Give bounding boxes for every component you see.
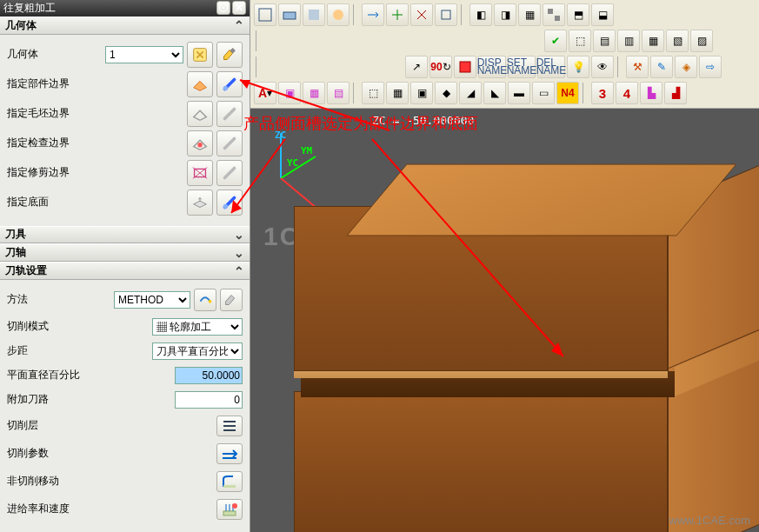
method-select[interactable]: METHOD — [114, 291, 190, 309]
tb-icon-50[interactable]: ▬ — [508, 82, 530, 104]
section-geometry-header[interactable]: 几何体 ⌃ — [0, 17, 250, 35]
section-path-header[interactable]: 刀轨设置 ⌃ — [0, 262, 250, 280]
section-tool-label: 刀具 — [5, 227, 26, 242]
cut-layer-label: 切削层 — [7, 418, 216, 433]
tb-bulb-icon[interactable]: 💡 — [567, 56, 589, 78]
tb-icon-5[interactable] — [362, 3, 384, 26]
tb-icon-54[interactable]: ▙ — [640, 82, 662, 104]
tb-icon-2[interactable] — [278, 3, 301, 26]
section-tool-header[interactable]: 刀具 ⌄ — [0, 226, 250, 244]
tb-icon-42[interactable]: ▦ — [303, 82, 325, 104]
method-new-button[interactable] — [194, 289, 216, 311]
tb-icon-n4[interactable]: N4 — [556, 82, 579, 104]
tb-icon-46[interactable]: ▣ — [410, 82, 433, 104]
tb-3-button[interactable]: 3 — [591, 82, 614, 104]
tb-icon-25[interactable]: ▧ — [666, 30, 689, 52]
pin-icon[interactable] — [216, 1, 230, 15]
tb-icon-8[interactable] — [435, 3, 457, 26]
noncut-label: 非切削移动 — [7, 474, 216, 489]
extra-path-label: 附加刀路 — [7, 392, 175, 407]
blank-boundary-select-button[interactable] — [187, 101, 213, 127]
tb-disp-button[interactable]: DISPNAME — [478, 56, 506, 78]
tb-icon-22[interactable]: ▤ — [593, 30, 616, 52]
tb-icon-26[interactable]: ▨ — [690, 30, 713, 52]
tb-del-button[interactable]: DELNAME — [537, 56, 565, 78]
svg-rect-13 — [223, 511, 236, 515]
tb-icon-1[interactable] — [254, 3, 276, 26]
tb-icon-7[interactable] — [410, 3, 433, 26]
panel-titlebar: 往复粗加工 ✕ — [0, 0, 250, 17]
tb-pencil-icon[interactable]: ✎ — [650, 56, 673, 78]
tb-icon-3[interactable] — [303, 3, 325, 26]
section-path-body: 方法 METHOD 切削模式 ▦ 轮廓加工 步距 刀具平直百分比 平面直径百分比… — [0, 280, 250, 532]
tb-icon-47[interactable]: ◆ — [435, 82, 457, 104]
tb-icon-23[interactable]: ▥ — [617, 30, 640, 52]
floor-label: 指定底面 — [7, 195, 187, 209]
tb-icon-49[interactable]: ◣ — [483, 82, 506, 104]
extra-path-input[interactable] — [175, 391, 243, 409]
tb-icon-21[interactable]: ⬚ — [569, 30, 591, 52]
tb-eye-icon[interactable]: 👁 — [591, 56, 614, 78]
trim-boundary-select-button[interactable] — [187, 160, 213, 186]
tb-check-icon[interactable]: ✔ — [544, 30, 567, 52]
tb-4-button[interactable]: 4 — [616, 82, 638, 104]
tb-icon-55[interactable]: ▟ — [664, 82, 687, 104]
tb-set-button[interactable]: SETNAME — [508, 56, 536, 78]
tb-arrow-icon[interactable]: ⇨ — [699, 56, 722, 78]
blank-boundary-display-button[interactable] — [216, 101, 243, 127]
svg-point-8 — [209, 300, 212, 303]
tb-icon-11[interactable]: ▦ — [518, 3, 541, 26]
tb-tools-icon[interactable]: ⚒ — [626, 56, 649, 78]
svg-rect-19 — [442, 10, 450, 19]
tb-icon-51[interactable]: ▭ — [532, 82, 555, 104]
geometry-new-button[interactable] — [187, 42, 213, 68]
part-boundary-display-button[interactable] — [216, 71, 243, 97]
section-tool-axis-header[interactable]: 刀轴 ⌄ — [0, 243, 250, 262]
tb-icon-10[interactable]: ◨ — [494, 3, 516, 26]
section-geometry-label: 几何体 — [5, 18, 37, 33]
check-boundary-label: 指定检查边界 — [7, 136, 187, 150]
feeds-button[interactable] — [216, 499, 243, 520]
check-boundary-display-button[interactable] — [216, 130, 243, 156]
geometry-label: 几何体 — [7, 47, 105, 62]
tb-icon-31[interactable]: ↗ — [405, 56, 428, 78]
trim-boundary-display-button[interactable] — [216, 160, 243, 186]
tb-icon-41[interactable]: ▣ — [278, 82, 301, 104]
tb-icon-48[interactable]: ◢ — [459, 82, 482, 104]
tb-icon-24[interactable]: ▦ — [642, 30, 664, 52]
geometry-select[interactable]: 1 — [105, 46, 183, 63]
close-icon[interactable]: ✕ — [232, 1, 246, 15]
tb-book-icon[interactable] — [454, 56, 476, 78]
tb-icon-9[interactable]: ◧ — [469, 3, 492, 26]
tb-icon-4[interactable] — [327, 3, 350, 26]
tb-icon-43[interactable]: ▤ — [327, 82, 350, 104]
tb-icon-12[interactable] — [543, 3, 565, 26]
plane-pct-input[interactable] — [175, 367, 243, 384]
step-label: 步距 — [7, 343, 152, 358]
tb-icon-44[interactable]: ⬚ — [362, 82, 384, 104]
tb-a-button[interactable]: A▾ — [254, 82, 276, 104]
tb-icon-45[interactable]: ▦ — [386, 82, 409, 104]
toolbar-row-3: ↗ 90↻ DISPNAME SETNAME DELNAME 💡 👁 ⚒ ✎ ◈… — [252, 54, 757, 80]
tb-tag-icon[interactable]: ◈ — [675, 56, 697, 78]
check-boundary-select-button[interactable] — [187, 130, 213, 156]
toolbar-row-4: A▾ ▣ ▦ ▤ ⬚ ▦ ▣ ◆ ◢ ◣ ▬ ▭ N4 3 4 ▙ ▟ — [252, 80, 757, 106]
part-boundary-select-button[interactable] — [187, 71, 213, 97]
tb-icon-14[interactable]: ⬓ — [591, 3, 614, 26]
cut-params-button[interactable] — [216, 443, 243, 464]
3d-viewport[interactable]: ZC = -50.000000 ZC YM YC XC XM 1CAE.COM … — [250, 109, 759, 532]
method-edit-button[interactable] — [220, 289, 243, 311]
cut-pattern-select[interactable]: ▦ 轮廓加工 — [152, 318, 243, 336]
svg-point-4 — [223, 85, 229, 90]
tb-90-button[interactable]: 90↻ — [429, 56, 452, 78]
step-select[interactable]: 刀具平直百分比 — [152, 342, 243, 360]
tb-icon-6[interactable] — [386, 3, 409, 26]
floor-display-button[interactable] — [216, 190, 243, 216]
floor-select-button[interactable] — [187, 190, 213, 216]
geometry-edit-button[interactable] — [216, 42, 243, 68]
noncut-button[interactable] — [216, 471, 243, 492]
toolbar-row-1: ◧ ◨ ▦ ⬒ ⬓ — [252, 2, 757, 28]
tb-icon-13[interactable]: ⬒ — [567, 3, 589, 26]
annotation-text: 产品侧面槽选定为部件边界和底面 — [242, 111, 480, 136]
cut-layer-button[interactable] — [216, 416, 243, 436]
